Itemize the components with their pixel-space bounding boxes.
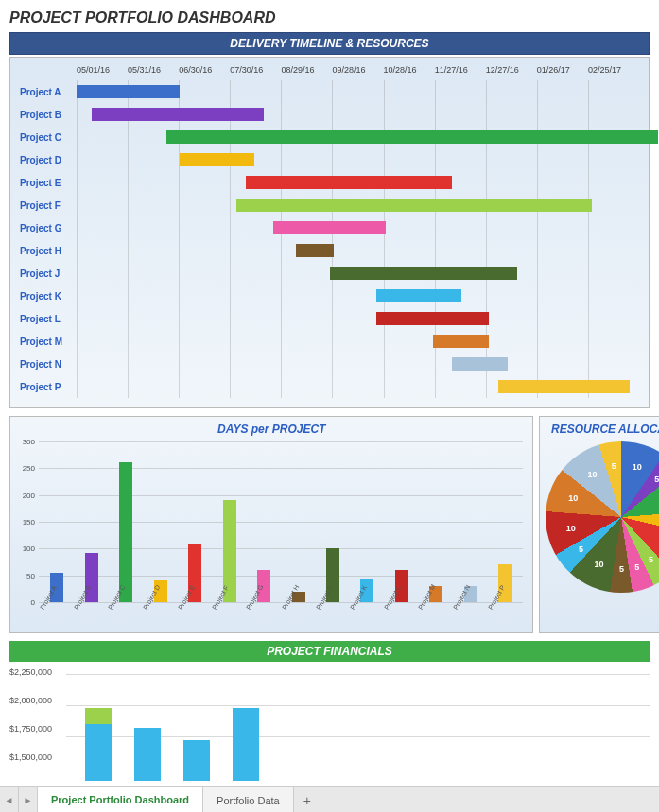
dashboard: PROJECT PORTFOLIO DASHBOARD DELIVERY TIM… xyxy=(0,0,659,781)
pie-label: 5 xyxy=(612,461,616,471)
gantt-tick: 07/30/16 xyxy=(230,65,281,75)
pie-label: 5 xyxy=(634,562,639,572)
fin-bar-segment xyxy=(233,708,259,781)
pie-label: 5 xyxy=(619,564,624,574)
gantt-row: Project N xyxy=(20,353,639,375)
gantt-row: Project B xyxy=(20,103,639,126)
gantt-row: Project J xyxy=(20,262,639,285)
gantt-bar xyxy=(452,357,509,371)
days-per-project-chart: DAYS per PROJECT 050100150200250300 Proj… xyxy=(9,416,533,633)
financials-section: PROJECT FINANCIALS $2,250,000$2,000,000$… xyxy=(9,641,650,781)
gantt-row: Project G xyxy=(20,216,639,239)
gantt-row: Project L xyxy=(20,307,639,330)
gantt-bar xyxy=(433,335,490,348)
fin-ytick: $1,500,000 xyxy=(9,752,66,781)
sheet-tabs: ◄ ► Project Portfolio Dashboard Portfoli… xyxy=(0,786,659,812)
gantt-label: Project N xyxy=(20,359,77,370)
gantt-bar xyxy=(236,199,593,212)
bar-ytick: 150 xyxy=(23,518,35,527)
gantt-tick: 12/27/16 xyxy=(486,65,537,75)
fin-ytick: $2,250,000 xyxy=(9,667,66,696)
gantt-label: Project J xyxy=(20,268,77,279)
gantt-row: Project K xyxy=(20,285,639,307)
gantt-row: Project C xyxy=(20,126,639,148)
gantt-row: Project F xyxy=(20,194,639,216)
gantt-tick: 05/31/16 xyxy=(128,65,179,75)
bar-ytick: 200 xyxy=(23,491,35,499)
pie-label: 5 xyxy=(654,475,659,484)
gantt-row: Project A xyxy=(20,80,639,103)
gantt-tick: 09/28/16 xyxy=(332,65,383,75)
gantt-bar xyxy=(296,244,334,257)
gantt-label: Project L xyxy=(20,314,77,324)
fin-bar-segment xyxy=(85,724,112,781)
pie-label: 5 xyxy=(649,555,653,564)
gantt-tick: 08/29/16 xyxy=(281,65,332,75)
financials-header: PROJECT FINANCIALS xyxy=(9,641,650,662)
financials-chart xyxy=(66,667,650,781)
pie-label: 10 xyxy=(587,470,597,479)
gantt-row: Project H xyxy=(20,239,639,262)
gantt-tick: 06/30/16 xyxy=(179,65,230,75)
gantt-label: Project B xyxy=(20,110,77,120)
fin-ytick: $2,000,000 xyxy=(9,696,66,724)
gantt-bar xyxy=(246,176,452,189)
fin-ytick: $1,750,000 xyxy=(9,724,66,752)
fin-bar xyxy=(233,708,259,781)
pie-label: 10 xyxy=(566,524,576,533)
timeline-header: DELIVERY TIMELINE & RESOURCES xyxy=(9,32,650,55)
gantt-label: Project P xyxy=(20,382,77,392)
gantt-tick: 02/25/17 xyxy=(588,65,639,75)
pie-label: 10 xyxy=(595,560,604,569)
gantt-label: Project H xyxy=(20,246,77,256)
gantt-label: Project M xyxy=(20,337,77,347)
gantt-bar xyxy=(77,85,180,98)
fin-bar-segment xyxy=(134,728,161,781)
pie-label: 5 xyxy=(579,544,583,554)
gantt-bar xyxy=(330,267,517,280)
tab-portfolio-data[interactable]: Portfolio Data xyxy=(203,787,294,813)
gantt-label: Project E xyxy=(20,178,77,188)
fin-bar xyxy=(183,740,210,781)
gantt-tick: 10/28/16 xyxy=(384,65,435,75)
bar xyxy=(119,462,132,602)
gantt-row: Project D xyxy=(20,148,639,171)
bar-ytick: 300 xyxy=(23,438,35,446)
fin-bar xyxy=(85,708,112,781)
alloc-title: RESOURCE ALLOCATION xyxy=(546,423,659,436)
gantt-row: Project E xyxy=(20,171,639,194)
resource-allocation-chart: RESOURCE ALLOCATION 10510510555105101010… xyxy=(539,416,659,633)
bar-ytick: 100 xyxy=(23,544,35,553)
gantt-bar xyxy=(498,380,630,393)
days-title: DAYS per PROJECT xyxy=(16,423,527,436)
tab-add-icon[interactable]: + xyxy=(294,793,321,808)
gantt-bar xyxy=(166,130,658,144)
bar-ytick: 250 xyxy=(23,464,35,473)
gantt-tick: 11/27/16 xyxy=(435,65,486,75)
gantt-row: Project M xyxy=(20,330,639,353)
pie-label: 10 xyxy=(633,462,642,472)
gantt-label: Project G xyxy=(20,223,77,233)
fin-bar-segment xyxy=(183,740,210,781)
page-title: PROJECT PORTFOLIO DASHBOARD xyxy=(9,9,650,26)
pie-label: 10 xyxy=(568,493,578,503)
gantt-tick: 05/01/16 xyxy=(77,65,128,75)
fin-bar-segment xyxy=(85,708,112,724)
tab-prev-icon[interactable]: ◄ xyxy=(0,787,19,813)
tab-dashboard[interactable]: Project Portfolio Dashboard xyxy=(38,787,203,813)
bar-ytick: 0 xyxy=(31,598,35,607)
gantt-bar xyxy=(180,153,254,166)
gantt-label: Project A xyxy=(20,87,77,97)
gantt-chart: 05/01/1605/31/1606/30/1607/30/1608/29/16… xyxy=(9,57,650,408)
gantt-label: Project D xyxy=(20,155,77,165)
gantt-bar xyxy=(376,289,460,302)
gantt-label: Project F xyxy=(20,200,77,211)
gantt-bar xyxy=(92,108,264,121)
gantt-bar xyxy=(273,221,386,234)
fin-bar xyxy=(134,728,161,781)
bar-ytick: 50 xyxy=(26,571,35,579)
gantt-tick: 01/26/17 xyxy=(537,65,588,75)
gantt-label: Project C xyxy=(20,132,77,143)
tab-next-icon[interactable]: ► xyxy=(19,787,38,813)
gantt-row: Project P xyxy=(20,375,639,398)
